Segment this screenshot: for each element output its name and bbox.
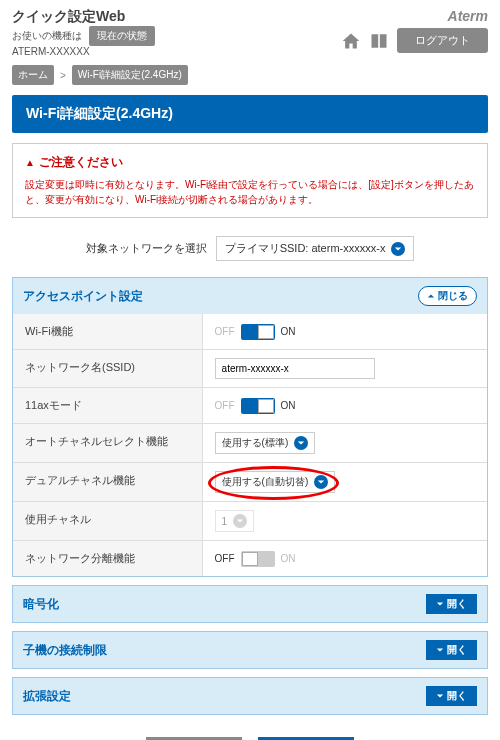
dualchannel-dropdown[interactable]: 使用する(自動切替) [215, 471, 336, 493]
section-childlimit: 子機の接続制限 開く [12, 631, 488, 669]
network-select-row: 対象ネットワークを選択 プライマリSSID: aterm-xxxxxx-x [0, 228, 500, 269]
home-icon[interactable] [341, 31, 361, 51]
network-select-label: 対象ネットワークを選択 [86, 242, 207, 254]
section-head-ap: アクセスポイント設定 閉じる [13, 278, 487, 314]
chevron-down-icon [233, 514, 247, 528]
ax-toggle[interactable] [241, 398, 275, 414]
chevron-down-icon [391, 242, 405, 256]
collapse-button[interactable]: 閉じる [418, 286, 477, 306]
row-dualchannel: デュアルチャネル機能 使用する(自動切替) [13, 462, 487, 501]
breadcrumb-current: Wi-Fi詳細設定(2.4GHz) [72, 65, 188, 85]
logout-button[interactable]: ログアウト [397, 28, 488, 53]
usechannel-dropdown: 1 [215, 510, 255, 532]
status-button[interactable]: 現在の状態 [89, 26, 155, 46]
page-title: Wi-Fi詳細設定(2.4GHz) [12, 95, 488, 133]
row-autochannel: オートチャネルセレクト機能 使用する(標準) [13, 423, 487, 462]
row-isolation: ネットワーク分離機能 OFF ON [13, 540, 487, 576]
isolation-toggle[interactable] [241, 551, 275, 567]
manual-icon[interactable] [369, 31, 389, 51]
model-label: お使いの機種は 現在の状態 [12, 26, 155, 46]
section-access-point: アクセスポイント設定 閉じる Wi-Fi機能 OFF ON ネットワーク名(SS… [12, 277, 488, 577]
ssid-input[interactable] [215, 358, 375, 379]
header: クイック設定Web お使いの機種は 現在の状態 ATERM-XXXXXX Ate… [0, 0, 500, 61]
ap-table: Wi-Fi機能 OFF ON ネットワーク名(SSID) 11axモード OFF… [13, 314, 487, 576]
row-ssid: ネットワーク名(SSID) [13, 349, 487, 387]
expand-button[interactable]: 開く [426, 686, 477, 706]
model-name: ATERM-XXXXXX [12, 46, 155, 57]
breadcrumb-separator: > [60, 70, 66, 81]
expand-button[interactable]: 開く [426, 594, 477, 614]
button-row: 戻る 設定 [0, 723, 500, 740]
app-title: クイック設定Web [12, 8, 155, 26]
section-advanced: 拡張設定 開く [12, 677, 488, 715]
notice-box: ご注意ください 設定変更は即時に有効となります。Wi-Fi経由で設定を行っている… [12, 143, 488, 218]
brand-logo: Aterm [341, 8, 488, 24]
breadcrumb-home[interactable]: ホーム [12, 65, 54, 85]
chevron-down-icon [294, 436, 308, 450]
header-left: クイック設定Web お使いの機種は 現在の状態 ATERM-XXXXXX [12, 8, 155, 57]
section-encryption: 暗号化 開く [12, 585, 488, 623]
notice-text: 設定変更は即時に有効となります。Wi-Fi経由で設定を行っている場合には、[設定… [25, 177, 475, 207]
notice-title: ご注意ください [25, 154, 475, 171]
chevron-down-icon [314, 475, 328, 489]
row-11ax: 11axモード OFF ON [13, 387, 487, 423]
expand-button[interactable]: 開く [426, 640, 477, 660]
breadcrumb: ホーム > Wi-Fi詳細設定(2.4GHz) [0, 61, 500, 95]
network-select-dropdown[interactable]: プライマリSSID: aterm-xxxxxx-x [216, 236, 415, 261]
header-right: Aterm ログアウト [341, 8, 488, 53]
row-wifi: Wi-Fi機能 OFF ON [13, 314, 487, 349]
wifi-toggle[interactable] [241, 324, 275, 340]
row-usechannel: 使用チャネル 1 [13, 501, 487, 540]
autochannel-dropdown[interactable]: 使用する(標準) [215, 432, 316, 454]
